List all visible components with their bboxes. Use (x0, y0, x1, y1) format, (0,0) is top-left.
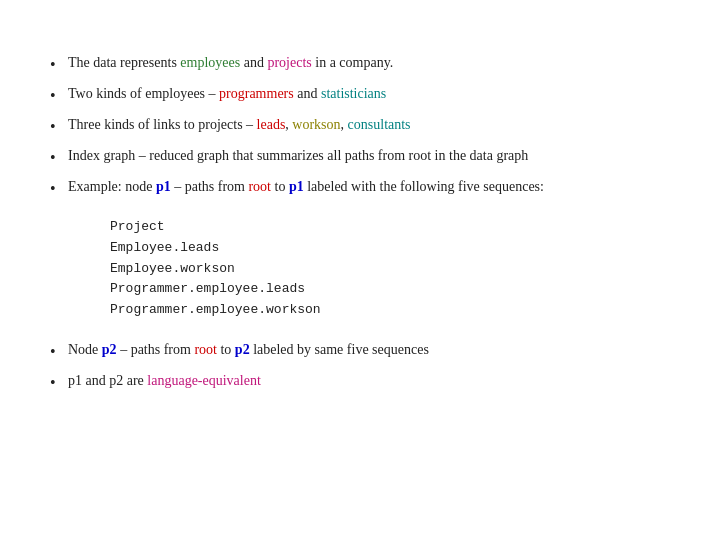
bullet-text: p1 and p2 are language-equivalent (68, 370, 670, 391)
content-area: •The data represents employees and proje… (50, 52, 670, 401)
bullet-dot: • (50, 84, 68, 108)
bullet-item: •The data represents employees and proje… (50, 52, 670, 77)
bullet-text: Two kinds of employees – programmers and… (68, 83, 670, 104)
bullet-text: The data represents employees and projec… (68, 52, 670, 73)
code-block: ProjectEmployee.leadsEmployee.worksonPro… (110, 217, 670, 321)
bullet-dot: • (50, 340, 68, 364)
bullet-item: •Two kinds of employees – programmers an… (50, 83, 670, 108)
bullet-item: •Node p2 – paths from root to p2 labeled… (50, 339, 670, 364)
bullet-item: •p1 and p2 are language-equivalent (50, 370, 670, 395)
code-line: Employee.workson (110, 259, 670, 280)
bullet-item: •Three kinds of links to projects – lead… (50, 114, 670, 139)
bullet-dot: • (50, 115, 68, 139)
bullet-dot: • (50, 371, 68, 395)
bullet-text: Node p2 – paths from root to p2 labeled … (68, 339, 670, 360)
bullet-dot: • (50, 146, 68, 170)
code-line: Project (110, 217, 670, 238)
main-bullet-list: •The data represents employees and proje… (50, 52, 670, 207)
bullet-text: Index graph – reduced graph that summari… (68, 145, 670, 166)
bullet-text: Example: node p1 – paths from root to p1… (68, 176, 670, 197)
bullet-item: •Example: node p1 – paths from root to p… (50, 176, 670, 201)
code-line: Employee.leads (110, 238, 670, 259)
code-line: Programmer.employee.leads (110, 279, 670, 300)
bullet-item: •Index graph – reduced graph that summar… (50, 145, 670, 170)
bullet-dot: • (50, 177, 68, 201)
bottom-bullet-list: •Node p2 – paths from root to p2 labeled… (50, 339, 670, 401)
code-line: Programmer.employee.workson (110, 300, 670, 321)
slide: •The data represents employees and proje… (0, 0, 720, 540)
bullet-text: Three kinds of links to projects – leads… (68, 114, 670, 135)
bullet-dot: • (50, 53, 68, 77)
